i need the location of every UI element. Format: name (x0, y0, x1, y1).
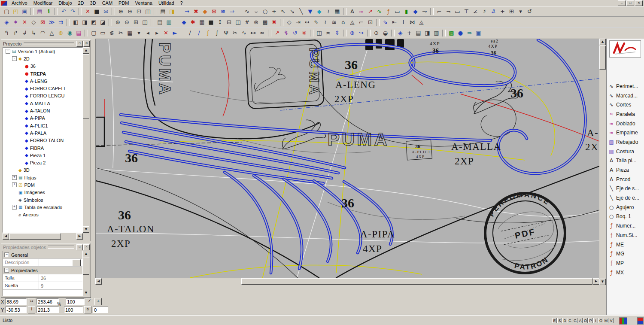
toolbar-button[interactable]: ⊠ (210, 7, 219, 16)
toolbar-button[interactable]: ▤ (74, 29, 83, 37)
toolbar-button[interactable]: ≈ (357, 7, 366, 16)
toolbar-button[interactable]: ▢ (2, 7, 11, 16)
tree-item[interactable]: + ▦ Tabla de escalado (3, 204, 82, 211)
panel-minimize-button[interactable]: ▫ (76, 41, 83, 47)
scroll-down-button[interactable]: ▼ (599, 279, 606, 285)
toolbar-button[interactable]: ▤ (35, 7, 44, 16)
layer-toggle[interactable]: V (609, 318, 614, 323)
toolbar-button[interactable]: ◩ (89, 18, 98, 27)
toolbar-button[interactable]: ▸ (152, 29, 161, 37)
toolbar-button[interactable]: ▭ (453, 7, 462, 16)
toolbar-button[interactable]: ◫ (143, 7, 152, 16)
scrollbar-thumb[interactable] (9, 233, 61, 240)
toolbar-button[interactable]: ⊕ (348, 29, 357, 37)
tree-expander[interactable]: + (12, 182, 17, 187)
toolbar-button[interactable] (310, 30, 313, 36)
toolbar-button[interactable] (178, 8, 181, 15)
descripcion-input[interactable] (41, 260, 67, 265)
tree-item[interactable]: ◈ Símbolos (3, 196, 82, 204)
layer-toggle[interactable]: A (578, 318, 583, 323)
properties-vertical-scrollbar[interactable]: ▲ ▼ (83, 251, 89, 296)
toolbar-button[interactable]: ⊡ (134, 7, 143, 16)
tree-item[interactable]: ● TREPA (3, 70, 82, 77)
toolbar-button[interactable] (238, 8, 241, 15)
panel-grip[interactable] (48, 246, 74, 249)
toolbar-button[interactable]: ↪ (357, 29, 366, 37)
toolbar-button[interactable] (367, 30, 371, 36)
toolbar-button[interactable]: ◬ (417, 18, 426, 27)
layer-toggle[interactable]: D (562, 318, 567, 323)
toolbar-button[interactable]: A (348, 7, 357, 16)
toolbar-button[interactable]: + (270, 7, 279, 16)
x-zoom-input[interactable] (66, 298, 85, 305)
menu-item[interactable]: 2D (75, 0, 87, 6)
scroll-up-button[interactable]: ▲ (83, 47, 89, 54)
panel-minimize-button[interactable]: ▫ (76, 244, 83, 250)
toolbar-button[interactable]: ▼ (306, 7, 315, 16)
toolbar-button[interactable]: ■ (92, 7, 101, 16)
toolbar-button[interactable]: ✉ (101, 7, 110, 16)
toolbar-button[interactable]: # (489, 7, 498, 16)
toolbar-button[interactable] (430, 8, 434, 15)
toolbar-button[interactable]: ◨ (167, 7, 176, 16)
toolbar-button[interactable]: ⇖ (312, 18, 321, 27)
toolbar-button[interactable]: ♯ (480, 7, 489, 16)
toolbar-button[interactable]: ✶ (11, 18, 20, 27)
toolbar-button[interactable]: ▦ (197, 18, 207, 27)
tree-item[interactable]: + ◰ PDM (3, 181, 82, 188)
tree-item[interactable]: - ▤ Versión 1 (Actual) (3, 48, 82, 55)
properties-section-general[interactable]: − General (3, 251, 82, 259)
toolbar-button[interactable]: ↰ (2, 29, 11, 37)
toolbar-button[interactable]: ⇥ (294, 18, 303, 27)
toolbar-button[interactable]: ↺ (525, 7, 534, 16)
toolbar-button[interactable]: ⊸ (420, 7, 429, 16)
toolbar-button[interactable]: ◠ (38, 29, 47, 37)
scroll-right-button[interactable]: ▶ (593, 278, 599, 285)
toolbar-button[interactable]: ◰ (11, 7, 20, 16)
toolbar-button[interactable]: ⊞ (131, 18, 140, 27)
menu-item[interactable]: Archivo (9, 0, 30, 6)
property-value[interactable]: 36 (39, 274, 82, 282)
toolbar-button[interactable]: ◆ (411, 7, 420, 16)
toolbar-button[interactable]: ◂ (143, 29, 152, 37)
tool-button[interactable]: ƒ Numer... (607, 221, 644, 231)
layer-toggle[interactable]: O (583, 318, 588, 323)
window-control-button[interactable]: ✕ (635, 0, 643, 6)
toolbar-button[interactable]: ⇤ (390, 18, 399, 27)
toolbar-button[interactable] (55, 8, 58, 15)
toolbar-button[interactable]: ◇ (29, 18, 38, 27)
layer-toggle[interactable]: I (593, 318, 598, 323)
toolbar-button[interactable]: ↔ (303, 18, 312, 27)
scrollbar-thumb[interactable] (83, 54, 89, 118)
layer-toggle[interactable]: M (604, 318, 608, 323)
toolbar-button[interactable] (151, 19, 154, 26)
scroll-left-button[interactable]: ◀ (3, 233, 9, 240)
toolbar-button[interactable]: Ⅰ (399, 18, 408, 27)
toolbar-button[interactable]: ◈ (2, 18, 11, 27)
layer-toggle[interactable]: E (552, 318, 557, 323)
toolbar-button[interactable]: ○ (261, 7, 270, 16)
canvas-vertical-scrollbar[interactable]: ▲ ▼ (599, 39, 606, 285)
toolbar-button[interactable]: ⊠ (38, 18, 47, 27)
tree-item[interactable]: ◆ A-PALA (3, 129, 82, 137)
toolbar-button[interactable]: ◫ (234, 18, 243, 27)
toolbar-button[interactable] (112, 8, 115, 15)
tool-button[interactable]: ƒ MG (607, 249, 644, 258)
panel-close-button[interactable]: ✕ (83, 41, 90, 47)
collapse-icon[interactable]: − (4, 268, 9, 273)
toolbar-button[interactable]: Ψ (222, 29, 231, 37)
tool-button[interactable]: ╲ Eje de e... (607, 193, 644, 203)
tool-button[interactable]: ≈ Paralela (607, 109, 644, 119)
tree-item[interactable]: ◆ FORRO LENGU (3, 92, 82, 100)
toolbar-button[interactable]: ↺ (291, 29, 300, 37)
toolbar-button[interactable]: ※ (300, 29, 309, 37)
toolbar-button[interactable] (154, 8, 157, 15)
toolbar-button[interactable] (268, 30, 271, 36)
toolbar-button[interactable]: ↲ (20, 29, 29, 37)
toolbar-button[interactable]: ▤ (155, 18, 164, 27)
toolbar-button[interactable]: ⇕ (333, 29, 342, 37)
toolbar-button[interactable]: # (243, 18, 252, 27)
toolbar-button[interactable]: ∕ (194, 29, 204, 37)
toolbar-button[interactable]: ◈ (396, 29, 405, 37)
toolbar-button[interactable]: ✂ (231, 29, 240, 37)
